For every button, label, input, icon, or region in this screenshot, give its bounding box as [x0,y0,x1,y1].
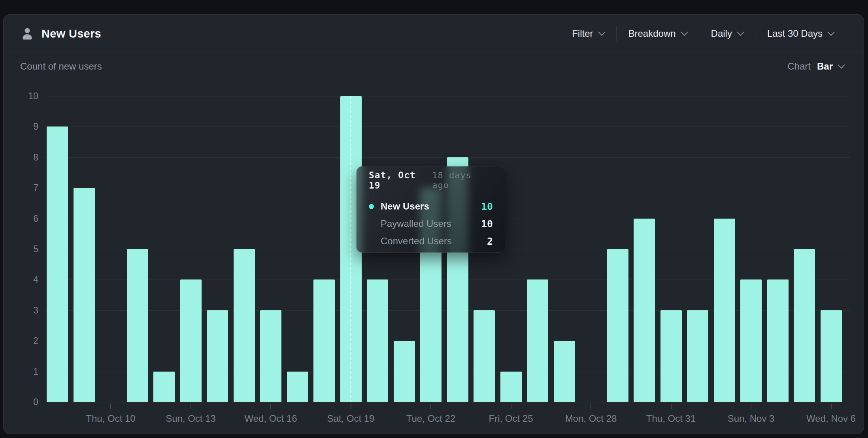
breakdown-dropdown[interactable]: Breakdown [617,28,699,39]
series-dot-icon [369,204,374,209]
tick-mark [831,404,832,409]
card-header: New Users FilterBreakdownDailyLast 30 Da… [4,15,864,53]
tooltip-row: Converted Users2 [369,232,493,250]
tick-mark [270,404,271,409]
filter-dropdown[interactable]: Filter [560,28,616,39]
bar[interactable] [500,372,522,402]
tick-mark [591,404,591,409]
daily-dropdown[interactable]: Daily [699,28,755,39]
y-axis-label: 5 [4,244,38,255]
chevron-down-icon [838,61,845,68]
x-axis-label: Fri, Oct 25 [489,413,533,424]
chevron-down-icon [598,28,605,36]
bar[interactable] [634,219,655,402]
y-axis-label: 7 [4,182,38,193]
x-axis-label: Sun, Oct 13 [166,413,216,424]
chevron-down-icon [681,28,688,36]
tooltip-row: Paywalled Users10 [369,215,493,232]
tooltip-row-label: New Users [381,201,429,212]
x-axis-label: Sat, Oct 19 [327,413,374,424]
y-axis-label: 0 [4,396,38,408]
chart-tooltip: Sat, Oct 19 18 days ago New Users10Paywa… [357,166,505,253]
bar[interactable] [367,279,388,402]
y-axis-label: 2 [4,335,38,346]
bar[interactable] [47,126,68,402]
chart-type-caption: Chart [787,61,811,72]
tooltip-row-value: 2 [487,236,493,247]
chart-type-dropdown[interactable]: Chart Bar [787,61,844,72]
y-axis-label: 4 [4,274,38,285]
y-axis-label: 9 [4,121,38,132]
bar[interactable] [153,372,175,402]
tooltip-row-label: Paywalled Users [381,218,451,229]
tooltip-row-value: 10 [481,218,493,230]
x-axis-label: Wed, Oct 16 [245,413,297,424]
header-controls: FilterBreakdownDailyLast 30 Days [560,15,845,53]
grid-line [45,402,850,402]
tick-mark [511,404,511,409]
bar[interactable] [794,249,815,402]
bar[interactable] [313,279,335,402]
chevron-down-icon [737,28,744,36]
y-axis-label: 10 [4,91,38,102]
x-axis-label: Thu, Oct 10 [86,413,135,424]
x-axis-label: Wed, Nov 6 [806,413,856,424]
new-users-chart-card: New Users FilterBreakdownDailyLast 30 Da… [3,14,864,434]
bar[interactable] [607,249,628,402]
y-axis-label: 3 [4,305,38,316]
x-axis-label: Mon, Oct 28 [565,413,617,424]
bar[interactable] [767,279,789,402]
bar[interactable] [474,310,495,402]
tick-mark [191,404,191,409]
bar[interactable] [660,310,682,402]
user-icon [21,27,33,40]
tick-mark [351,404,351,409]
highlight-dashed-line [350,96,351,402]
tooltip-row-value: 10 [481,201,493,212]
bar[interactable] [74,188,95,402]
tick-mark [110,404,111,409]
filter-dropdown-label: Filter [572,28,593,39]
bar[interactable] [740,279,762,402]
y-axis-label: 1 [4,366,38,377]
tooltip-header: Sat, Oct 19 18 days ago [357,167,505,194]
x-axis-label: Tue, Oct 22 [406,413,456,424]
bar[interactable] [821,310,842,402]
daily-dropdown-label: Daily [711,28,732,39]
last-30-days-dropdown-label: Last 30 Days [767,28,823,39]
bar[interactable] [554,341,575,402]
bar[interactable] [234,249,255,402]
metric-label: Count of new users [20,61,102,72]
tooltip-date: Sat, Oct 19 [369,170,432,191]
x-axis-label: Sun, Nov 3 [728,413,775,424]
grid-line [45,126,850,127]
tooltip-row: New Users10 [369,198,493,215]
page-title: New Users [42,27,101,40]
bar[interactable] [127,249,148,402]
tooltip-relative-time: 18 days ago [432,170,493,190]
chart-type-value: Bar [817,61,833,72]
bar[interactable] [527,279,548,402]
y-axis-label: 6 [4,213,38,224]
bar[interactable] [207,310,228,402]
bar[interactable] [394,341,415,402]
breakdown-dropdown-label: Breakdown [628,28,676,39]
chart-subheader: Count of new users Chart Bar [4,53,864,80]
tooltip-rows: New Users10Paywalled Users10Converted Us… [357,194,505,250]
tick-mark [430,404,431,409]
bar[interactable] [287,372,308,402]
bar[interactable] [260,310,281,402]
last-30-days-dropdown[interactable]: Last 30 Days [755,28,845,39]
bar[interactable] [687,310,708,402]
tooltip-row-label: Converted Users [381,236,452,247]
bar[interactable] [714,219,735,402]
grid-line [45,96,850,96]
chevron-down-icon [827,28,834,36]
y-axis-label: 8 [4,152,38,163]
x-axis-label: Thu, Oct 31 [646,413,696,424]
tick-mark [671,404,672,409]
bar[interactable] [180,279,202,402]
tick-mark [751,404,751,409]
